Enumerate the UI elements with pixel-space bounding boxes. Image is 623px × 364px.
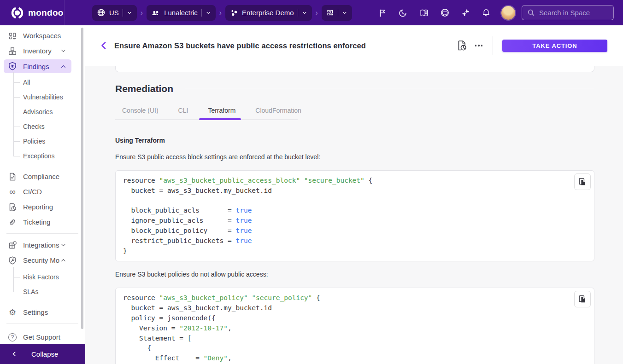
- page-header-actions: TAKE ACTION: [455, 36, 608, 55]
- globe-icon: [97, 8, 106, 17]
- topbar-divider: [64, 0, 65, 25]
- chevron-down-icon[interactable]: [127, 10, 132, 16]
- remediation-intro-2: Ensure S3 bucket policies do not allow p…: [115, 271, 594, 278]
- search-input[interactable]: [539, 9, 604, 17]
- organization-label: Lunalectric: [164, 9, 198, 17]
- security-subnav: Risk Factors SLAs: [0, 268, 85, 301]
- ticketing-paperclip-icon: [8, 218, 17, 227]
- subitem-label: Advisories: [23, 108, 53, 116]
- subitem-label: Risk Factors: [23, 273, 59, 281]
- copy-icon: [578, 295, 587, 304]
- collapse-sidebar-button[interactable]: Collapse: [0, 344, 85, 364]
- organization-selector[interactable]: Lunalectric: [147, 5, 216, 21]
- breadcrumb-separator: ›: [141, 9, 143, 17]
- sidebar-item-workspaces[interactable]: Workspaces: [0, 28, 85, 43]
- cicd-icon: ∞: [8, 187, 17, 196]
- space-icon: [230, 9, 238, 17]
- sidebar-scrollbar[interactable]: [81, 28, 83, 329]
- breadcrumb-separator: ›: [316, 9, 318, 17]
- chevron-down-icon[interactable]: [342, 10, 347, 16]
- tab-cloudformation[interactable]: CloudFormation: [255, 107, 301, 114]
- findings-subnav: All Vulnerabilities Advisories Checks Po…: [0, 73, 85, 165]
- sidebar-item-label: CI/CD: [23, 188, 85, 196]
- sidebar-item-label: Settings: [23, 308, 85, 316]
- dark-mode-moon-icon[interactable]: [398, 8, 408, 18]
- workspace-grid-icon: [326, 9, 334, 17]
- breadcrumb: US › Lunalectric › Enterprise Demo: [92, 5, 352, 21]
- subitem-label: All: [23, 79, 30, 86]
- slack-icon[interactable]: [460, 8, 470, 18]
- logo-text: mondoo: [28, 8, 64, 18]
- sidebar-item-advisories[interactable]: Advisories: [0, 104, 85, 119]
- active-tab-indicator: [199, 118, 241, 120]
- page-title: Ensure Amazon S3 buckets have public acc…: [114, 41, 366, 50]
- sidebar-item-policies[interactable]: Policies: [0, 134, 85, 149]
- tab-cli[interactable]: CLI: [178, 107, 188, 114]
- sidebar-item-checks[interactable]: Checks: [0, 119, 85, 134]
- sidebar-item-slas[interactable]: SLAs: [0, 284, 85, 299]
- sidebar-item-settings[interactable]: ⚙ Settings: [0, 305, 85, 320]
- copy-code-button[interactable]: [574, 173, 591, 190]
- code-content: resource "aws_s3_bucket_public_access_bl…: [123, 176, 587, 256]
- github-icon[interactable]: [440, 8, 450, 18]
- sidebar-item-ticketing[interactable]: Ticketing: [0, 214, 85, 230]
- chevron-left-icon: [11, 351, 18, 357]
- settings-gear-icon: ⚙: [8, 308, 17, 317]
- top-bar: mondoo US › Lunalectric: [0, 0, 623, 25]
- finding-detail-content: Remediation Console (UI) CLI Terraform C…: [85, 66, 623, 364]
- main-content: Ensure Amazon S3 buckets have public acc…: [85, 25, 623, 364]
- collapse-label: Collapse: [31, 350, 58, 358]
- mondoo-logo[interactable]: mondoo: [0, 6, 64, 20]
- sidebar-item-reporting[interactable]: Reporting: [0, 199, 85, 214]
- section-rule: [185, 89, 594, 89]
- tab-terraform[interactable]: Terraform: [208, 107, 235, 114]
- chevron-down-icon: [60, 47, 67, 54]
- sidebar-item-all[interactable]: All: [0, 75, 85, 90]
- sidebar-item-compliance[interactable]: Compliance: [0, 169, 85, 184]
- sidebar-item-cicd[interactable]: ∞ CI/CD: [0, 184, 85, 199]
- docs-book-icon[interactable]: [419, 8, 429, 18]
- sidebar-item-get-support[interactable]: ? Get Support: [0, 329, 85, 345]
- chevron-down-icon[interactable]: [206, 10, 211, 16]
- subitem-label: SLAs: [23, 288, 38, 295]
- sidebar-divider: [6, 324, 78, 324]
- findings-icon: [8, 62, 17, 71]
- region-label: US: [109, 9, 119, 17]
- tab-track: [115, 119, 298, 120]
- take-action-button[interactable]: TAKE ACTION: [502, 40, 607, 52]
- flag-icon[interactable]: [377, 8, 388, 18]
- pill-divider: [298, 9, 298, 17]
- remediation-tabs: Console (UI) CLI Terraform CloudFormatio…: [115, 107, 594, 114]
- pill-divider: [338, 9, 338, 17]
- scrolled-card-bottom: [115, 66, 594, 72]
- more-options-icon[interactable]: [475, 45, 483, 46]
- subitem-label: Exceptions: [23, 152, 54, 160]
- sidebar-item-security-monitoring[interactable]: Security Mo...: [0, 253, 85, 268]
- user-avatar[interactable]: [501, 6, 515, 20]
- sidebar-item-inventory[interactable]: Inventory: [0, 43, 85, 58]
- notifications-bell-icon[interactable]: [481, 8, 491, 18]
- report-icon[interactable]: [455, 39, 469, 52]
- tab-console-ui[interactable]: Console (UI): [122, 107, 159, 114]
- sidebar-item-exceptions[interactable]: Exceptions: [0, 149, 85, 163]
- sidebar-item-vulnerabilities[interactable]: Vulnerabilities: [0, 90, 85, 104]
- copy-code-button[interactable]: [574, 291, 591, 307]
- header-divider: [493, 36, 493, 55]
- sidebar-divider: [6, 233, 78, 234]
- region-selector[interactable]: US: [92, 5, 137, 21]
- compliance-icon: [8, 172, 17, 181]
- terraform-code-block-1: resource "aws_s3_bucket_public_access_bl…: [115, 170, 594, 261]
- security-monitoring-icon: [8, 256, 17, 265]
- chevron-up-icon: [60, 63, 67, 70]
- chevron-down-icon[interactable]: [302, 10, 307, 16]
- sidebar-item-risk-factors[interactable]: Risk Factors: [0, 270, 85, 284]
- sidebar-item-label: Reporting: [23, 203, 85, 211]
- sidebar-item-integrations[interactable]: Integrations: [0, 237, 85, 253]
- space-selector[interactable]: Enterprise Demo: [225, 5, 312, 21]
- terraform-code-block-2: resource "aws_s3_bucket_policy" "secure_…: [115, 288, 594, 364]
- workspace-selector[interactable]: [322, 5, 352, 21]
- back-button[interactable]: [98, 40, 110, 52]
- sidebar-item-findings[interactable]: Findings: [4, 59, 71, 73]
- sidebar: Workspaces Inventory Findings All Vulner…: [0, 25, 85, 364]
- sidebar-item-label: Inventory: [23, 47, 60, 55]
